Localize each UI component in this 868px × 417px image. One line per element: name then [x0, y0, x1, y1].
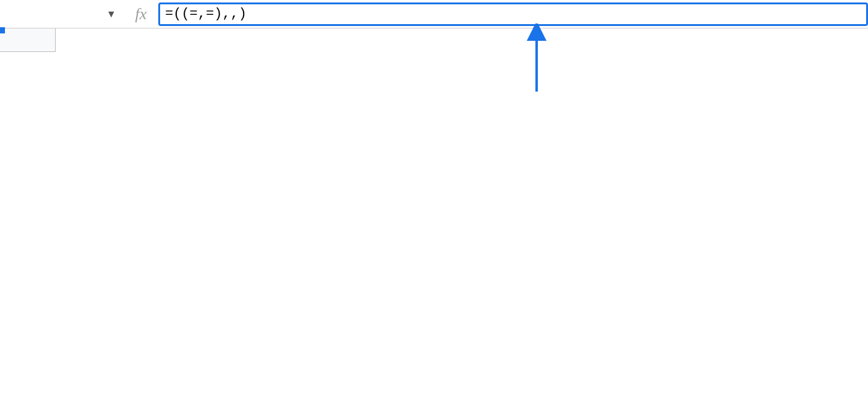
formula-paren: )	[239, 6, 247, 22]
formula-paren: )	[214, 6, 222, 22]
formula-comma: ,	[222, 6, 230, 22]
formula-op: =	[206, 6, 214, 22]
formula-paren: (	[181, 6, 189, 22]
formula-comma: ,	[198, 6, 206, 22]
select-all-corner[interactable]	[0, 28, 56, 52]
chevron-down-icon: ▼	[106, 9, 116, 20]
formula-bar: ▼ fx =((=,=),,)	[0, 0, 868, 28]
name-box[interactable]	[0, 0, 99, 28]
name-box-dropdown[interactable]: ▼	[99, 9, 124, 20]
formula-paren: (	[173, 6, 181, 22]
spreadsheet-app: ▼ fx =((=,=),,)	[0, 0, 868, 417]
formula-op: =	[190, 6, 198, 22]
formula-comma: ,	[231, 6, 239, 22]
fx-icon[interactable]: fx	[124, 5, 158, 24]
sheet-grid[interactable]	[0, 28, 868, 52]
formula-input[interactable]: =((=,=),,)	[158, 2, 868, 26]
formula-text: =	[165, 6, 173, 22]
